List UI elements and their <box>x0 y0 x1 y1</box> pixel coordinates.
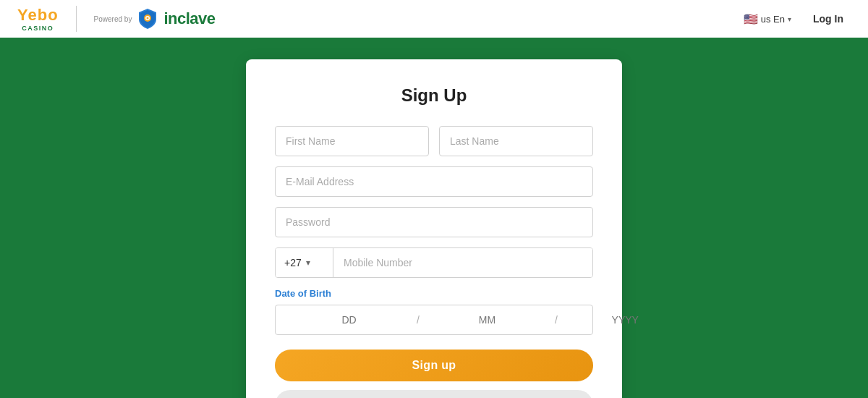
inclave-shield-icon <box>136 7 159 30</box>
form-title: Sign Up <box>275 85 593 106</box>
first-name-group <box>275 126 429 156</box>
signup-button[interactable]: Sign up <box>275 350 593 381</box>
dob-label: Date of Birth <box>275 288 593 299</box>
header-divider <box>76 6 77 32</box>
phone-input[interactable] <box>333 248 592 277</box>
powered-by-block: Powered by inclave <box>94 7 216 30</box>
dob-sep-1: / <box>412 314 424 326</box>
password-group <box>275 207 593 237</box>
password-row <box>275 207 593 237</box>
language-selector[interactable]: 🇺🇸 us En ▾ <box>744 12 791 26</box>
dob-month-input[interactable] <box>424 314 550 326</box>
flag-icon: 🇺🇸 <box>744 12 758 26</box>
dob-section: Date of Birth / / <box>275 288 593 335</box>
phone-row: +27 ▾ <box>275 247 593 278</box>
svg-point-2 <box>147 17 149 20</box>
phone-prefix-value: +27 <box>284 257 302 268</box>
first-name-input[interactable] <box>275 126 429 156</box>
powered-by-text: Powered by <box>94 14 132 24</box>
login-button[interactable]: Log In <box>806 9 851 29</box>
already-account-button[interactable]: Already have an account <box>275 390 593 398</box>
dob-year-input[interactable] <box>562 314 689 326</box>
dob-day-input[interactable] <box>286 314 412 326</box>
chevron-down-icon: ▾ <box>788 15 791 23</box>
inclave-prefix: in <box>163 9 177 27</box>
yebo-sub: CASINO <box>22 25 54 32</box>
inclave-logo: inclave <box>136 7 215 30</box>
phone-chevron-icon: ▾ <box>306 258 310 268</box>
phone-prefix-selector[interactable]: +27 ▾ <box>276 248 333 277</box>
dob-row: / / <box>275 305 593 335</box>
last-name-input[interactable] <box>439 126 593 156</box>
lang-code: us En <box>761 14 785 25</box>
yebo-name: Yebo <box>17 6 59 25</box>
dob-sep-2: / <box>550 314 562 326</box>
main-content: Sign Up +27 ▾ <box>0 38 868 398</box>
inclave-name: inclave <box>163 9 215 28</box>
inclave-suffix: clave <box>177 9 216 27</box>
header: Yebo CASINO Powered by inclave <box>0 0 868 38</box>
email-input[interactable] <box>275 166 593 197</box>
email-row <box>275 166 593 197</box>
signup-form-card: Sign Up +27 ▾ <box>246 59 622 398</box>
header-left: Yebo CASINO Powered by inclave <box>17 6 216 32</box>
last-name-group <box>439 126 593 156</box>
yebo-logo: Yebo CASINO <box>17 6 59 32</box>
name-row <box>275 126 593 156</box>
header-right: 🇺🇸 us En ▾ Log In <box>744 9 851 29</box>
email-group <box>275 166 593 197</box>
password-input[interactable] <box>275 207 593 237</box>
